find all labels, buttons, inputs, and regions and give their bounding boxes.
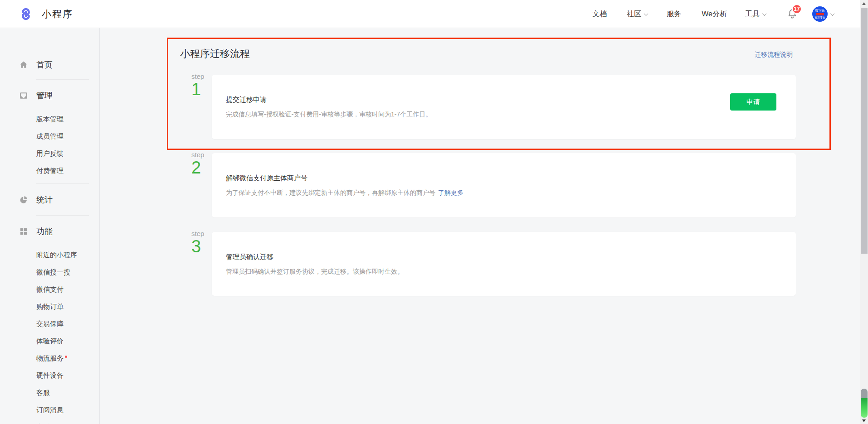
chevron-down-icon (644, 11, 649, 16)
miniprogram-logo-icon (18, 6, 34, 22)
nav-services[interactable]: 服务 (667, 10, 681, 19)
sidebar: 首页 管理 版本管理 成员管理 用户反馈 付费管理 统计 (0, 28, 100, 424)
nav-tools[interactable]: 工具 (745, 10, 766, 19)
sidebar-item-wechat-pay[interactable]: 微信支付 (0, 285, 99, 294)
sidebar-sub-label: 微信支付 (36, 285, 63, 294)
sidebar-sub-label: 微信搜一搜 (36, 268, 70, 277)
step-1-title: 提交迁移申请 (226, 95, 796, 104)
divider (36, 183, 89, 184)
apply-button[interactable]: 申请 (730, 93, 776, 111)
sidebar-item-member-manage[interactable]: 成员管理 (0, 132, 99, 141)
avatar[interactable]: 数字化 智慧零售 (812, 6, 828, 22)
sidebar-item-home-label: 首页 (36, 59, 53, 70)
pie-chart-icon (19, 195, 28, 204)
navbar-menu: 文档 社区 服务 We分析 工具 17 数字化 智慧零售 (592, 0, 834, 28)
sidebar-sub-label: 物流服务 (36, 354, 63, 363)
sidebar-item-manage[interactable]: 管理 (0, 90, 99, 101)
sidebar-item-logistics-service[interactable]: 物流服务 (0, 354, 99, 363)
sidebar-item-version-manage[interactable]: 版本管理 (0, 115, 99, 124)
step-2-description: 为了保证支付不中断，建议先绑定新主体的商户号，再解绑原主体的商户号了解更多 (226, 188, 796, 197)
sidebar-item-payment-manage[interactable]: 付费管理 (0, 166, 99, 175)
sidebar-item-statistics[interactable]: 统计 (0, 194, 99, 206)
sidebar-item-wechat-search[interactable]: 微信搜一搜 (0, 268, 99, 277)
page-title: 小程序迁移流程 (180, 47, 250, 61)
nav-community-label: 社区 (627, 10, 641, 19)
sidebar-item-hardware-devices[interactable]: 硬件设备 (0, 371, 99, 380)
grid-icon (19, 227, 28, 236)
sidebar-sub-label: 客服 (36, 389, 50, 397)
notification-badge: 17 (792, 4, 802, 14)
migration-help-link[interactable]: 迁移流程说明 (755, 51, 793, 59)
chevron-down-icon (762, 11, 767, 16)
sidebar-item-transaction-guarantee[interactable]: 交易保障 (0, 319, 99, 328)
avatar-text-bottom: 智慧零售 (814, 16, 825, 19)
learn-more-link[interactable]: 了解更多 (438, 189, 463, 196)
scroll-indicator-green-bar (861, 398, 868, 418)
sidebar-item-user-feedback[interactable]: 用户反馈 (0, 149, 99, 158)
divider (36, 215, 89, 216)
scrollbar[interactable] (860, 0, 868, 424)
step-1-description: 完成信息填写-授权验证-支付费用-审核等步骤，审核时间为1-7个工作日。 (226, 110, 796, 119)
sidebar-sub-label: 付费管理 (36, 167, 63, 175)
sidebar-sub-label: 硬件设备 (36, 371, 63, 380)
sidebar-sub-label: 体验评价 (36, 337, 63, 346)
scroll-up-arrow-icon[interactable] (862, 2, 866, 5)
page: 小程序 文档 社区 服务 We分析 工具 17 数字化 智慧零售 (0, 0, 868, 424)
sidebar-item-subscribe-messages[interactable]: 订阅消息 (0, 405, 99, 414)
step-1-card: 提交迁移申请 完成信息填写-授权验证-支付费用-审核等步骤，审核时间为1-7个工… (212, 75, 796, 139)
brand-logo[interactable]: 小程序 (18, 0, 73, 28)
sidebar-item-customer-service[interactable]: 客服 (0, 388, 99, 397)
step-3-description: 管理员扫码确认并签订服务协议，完成迁移。该操作即时生效。 (226, 267, 796, 276)
nav-tools-label: 工具 (745, 10, 760, 19)
scroll-down-arrow-icon[interactable] (862, 419, 866, 422)
sidebar-sub-label: 成员管理 (36, 132, 63, 141)
sidebar-sub-label: 购物订单 (36, 303, 63, 311)
step-2-description-text: 为了保证支付不中断，建议先绑定新主体的商户号，再解绑原主体的商户号 (226, 189, 435, 196)
nav-services-label: 服务 (667, 10, 681, 19)
sidebar-item-nearby-miniprograms[interactable]: 附近的小程序 (0, 251, 99, 260)
step-3-title: 管理员确认迁移 (226, 252, 796, 261)
sidebar-sub-label: 版本管理 (36, 115, 63, 124)
step-2-title: 解绑微信支付原主体商户号 (226, 173, 796, 183)
step-3-card: 管理员确认迁移 管理员扫码确认并签订服务协议，完成迁移。该操作即时生效。 (212, 232, 796, 296)
sidebar-sub-label: 附近的小程序 (36, 251, 77, 260)
sidebar-sub-label: 交易保障 (36, 320, 63, 328)
notification-bell[interactable]: 17 (787, 8, 798, 20)
sidebar-item-home[interactable]: 首页 (0, 59, 99, 71)
scroll-extension-indicator (861, 389, 868, 418)
avatar-red-strip (816, 13, 824, 15)
step-2-card: 解绑微信支付原主体商户号 为了保证支付不中断，建议先绑定新主体的商户号，再解绑原… (212, 153, 796, 217)
nav-we-analytics-label: We分析 (702, 10, 727, 19)
inbox-icon (19, 91, 28, 100)
nav-community[interactable]: 社区 (627, 10, 648, 19)
avatar-text-top: 数字化 (815, 9, 825, 12)
top-navbar: 小程序 文档 社区 服务 We分析 工具 17 数字化 智慧零售 (0, 0, 860, 28)
sidebar-item-manage-label: 管理 (36, 90, 53, 101)
sidebar-item-experience-rating[interactable]: 体验评价 (0, 337, 99, 346)
sidebar-item-statistics-label: 统计 (36, 194, 53, 205)
red-dot-badge (65, 356, 67, 358)
scroll-indicator-grey-cap (861, 389, 868, 398)
sidebar-item-features-label: 功能 (36, 226, 53, 237)
scrollbar-thumb[interactable] (861, 8, 868, 254)
nav-we-analytics[interactable]: We分析 (702, 10, 727, 19)
account-chevron-icon[interactable] (830, 11, 835, 16)
nav-docs-label: 文档 (592, 10, 607, 19)
sidebar-sub-label: 订阅消息 (36, 406, 63, 414)
sidebar-item-shopping-orders[interactable]: 购物订单 (0, 302, 99, 311)
sidebar-item-features[interactable]: 功能 (0, 226, 99, 237)
home-icon (19, 60, 28, 69)
brand-title: 小程序 (42, 8, 73, 20)
sidebar-sub-label: 用户反馈 (36, 149, 63, 158)
nav-docs[interactable]: 文档 (592, 10, 607, 19)
divider (36, 79, 89, 80)
